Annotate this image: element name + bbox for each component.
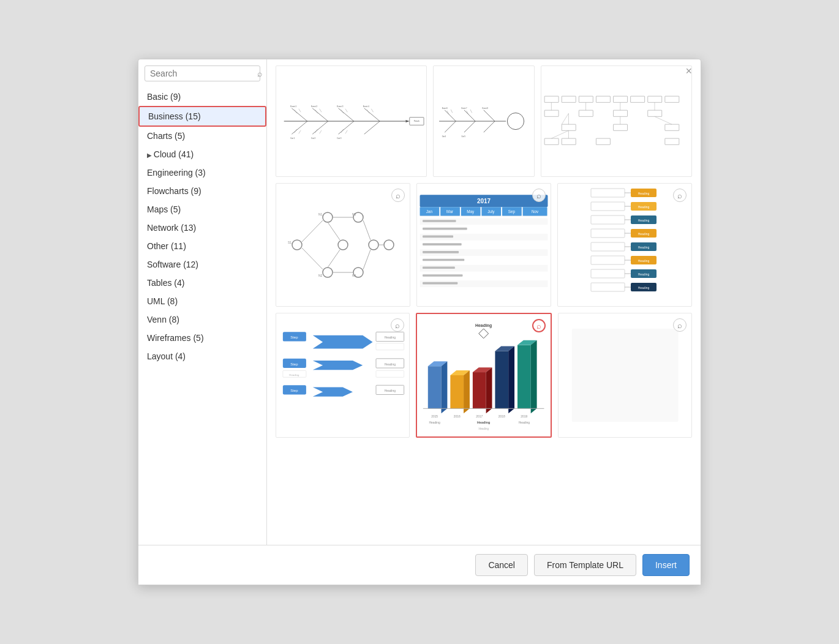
svg-line-76: [655, 116, 672, 124]
svg-line-87: [302, 220, 323, 242]
close-button[interactable]: ×: [685, 66, 692, 77]
svg-text:May: May: [467, 209, 475, 214]
svg-rect-60: [613, 110, 627, 116]
svg-rect-51: [562, 96, 576, 102]
svg-text:Cat 5: Cat 5: [462, 135, 466, 138]
svg-rect-63: [613, 124, 627, 130]
svg-rect-130: [423, 251, 459, 253]
search-input[interactable]: [150, 69, 257, 78]
svg-line-12: [295, 110, 297, 113]
template-network[interactable]: [541, 66, 692, 177]
svg-text:2017: 2017: [476, 415, 483, 418]
svg-rect-66: [562, 138, 576, 144]
sidebar-item-venn[interactable]: Venn (8): [138, 310, 266, 329]
svg-marker-190: [442, 361, 448, 413]
sidebar-item-charts[interactable]: Charts (5): [138, 127, 266, 145]
sidebar-item-uml[interactable]: UML (8): [138, 292, 266, 310]
search-box[interactable]: ⌕: [145, 66, 260, 81]
svg-text:Sep: Sep: [508, 209, 516, 214]
svg-line-11: [364, 121, 380, 134]
svg-point-85: [369, 240, 378, 250]
svg-text:Heading: Heading: [519, 421, 530, 424]
svg-text:Heading: Heading: [479, 427, 489, 430]
svg-line-35: [445, 110, 456, 121]
sidebar-item-cloud[interactable]: Cloud (41): [138, 145, 266, 163]
svg-rect-153: [591, 215, 625, 224]
svg-rect-55: [630, 96, 644, 102]
svg-line-13: [299, 109, 301, 112]
insert-button[interactable]: Insert: [642, 554, 690, 576]
svg-text:Heading: Heading: [638, 272, 650, 276]
sidebar-item-layout[interactable]: Layout (4): [138, 347, 266, 365]
svg-text:Event 3: Event 3: [337, 105, 343, 108]
svg-point-81: [323, 268, 333, 277]
svg-text:Step: Step: [290, 389, 298, 392]
svg-line-16: [341, 110, 344, 113]
sidebar-item-business[interactable]: Business (15): [138, 106, 266, 127]
svg-text:Event 6: Event 6: [442, 107, 448, 110]
svg-marker-193: [464, 370, 470, 413]
svg-rect-68: [665, 138, 679, 144]
svg-rect-172: [376, 343, 404, 350]
sidebar-item-software[interactable]: Software (12): [138, 255, 266, 274]
template-fishbone[interactable]: Finish: [276, 66, 427, 177]
svg-rect-52: [579, 96, 593, 102]
svg-point-79: [292, 240, 302, 250]
svg-line-92: [363, 250, 371, 269]
svg-marker-196: [486, 367, 492, 413]
sidebar-item-tables[interactable]: Tables (4): [138, 274, 266, 292]
template-placeholder[interactable]: ⌕: [558, 313, 692, 438]
svg-text:Heading: Heading: [638, 259, 650, 263]
sidebar-item-basic[interactable]: Basic (9): [138, 88, 266, 106]
svg-line-22: [315, 129, 317, 133]
svg-text:Cat 2: Cat 2: [311, 137, 315, 140]
zoom-icon-3[interactable]: ⌕: [673, 189, 687, 202]
svg-marker-175: [313, 361, 363, 370]
svg-point-34: [508, 113, 524, 129]
sidebar-item-engineering[interactable]: Engineering (3): [138, 163, 266, 182]
svg-line-37: [484, 110, 495, 121]
template-barchart[interactable]: ⌕ Heading: [416, 313, 551, 438]
svg-rect-65: [544, 138, 559, 144]
svg-rect-197: [495, 351, 509, 408]
sidebar-item-wireframes[interactable]: Wireframes (5): [138, 329, 266, 347]
svg-rect-200: [517, 345, 531, 409]
template-url-button[interactable]: From Template URL: [534, 554, 636, 576]
template-diamond[interactable]: ⌕: [276, 183, 410, 307]
svg-line-39: [464, 121, 475, 132]
svg-rect-56: [647, 96, 661, 102]
zoom-icon-6[interactable]: ⌕: [673, 318, 687, 332]
svg-rect-155: [591, 242, 625, 251]
svg-rect-188: [428, 366, 442, 408]
svg-marker-183: [313, 388, 353, 397]
flowsteps-svg: Heading Heading Heading Heading Heading …: [558, 184, 691, 306]
sidebar-item-maps[interactable]: Maps (5): [138, 200, 266, 219]
svg-rect-134: [423, 282, 457, 285]
zoom-icon-1[interactable]: ⌕: [391, 189, 405, 202]
svg-marker-1: [405, 120, 409, 122]
zoom-icon-5[interactable]: ⌕: [532, 319, 546, 332]
svg-text:2017: 2017: [477, 198, 491, 204]
template-fishbone-2[interactable]: Event 6 Event 7 Event 8 Cat 4 Cat 5: [433, 66, 535, 177]
sidebar-item-flowcharts[interactable]: Flowcharts (9): [138, 182, 266, 200]
svg-rect-50: [544, 96, 559, 102]
cancel-button[interactable]: Cancel: [475, 554, 528, 576]
sidebar-item-other[interactable]: Other (11): [138, 237, 266, 255]
svg-rect-127: [423, 228, 467, 230]
zoom-icon-2[interactable]: ⌕: [532, 189, 546, 202]
svg-rect-131: [423, 259, 464, 261]
svg-rect-158: [591, 283, 625, 291]
svg-text:N3: N3: [352, 212, 356, 216]
svg-text:Step: Step: [290, 362, 298, 366]
template-funnel[interactable]: ⌕ Step Heading Step: [276, 313, 410, 438]
template-row-3: ⌕ Step Heading Step: [276, 313, 692, 438]
placeholder-svg: [559, 314, 691, 436]
svg-point-86: [384, 240, 394, 250]
sidebar-item-network[interactable]: Network (13): [138, 219, 266, 237]
sidebar-list: Basic (9) Business (15) Charts (5) Cloud…: [138, 88, 266, 539]
funnel-svg: Step Heading Step Heading: [276, 314, 409, 436]
svg-line-40: [484, 121, 495, 132]
template-flowsteps[interactable]: ⌕ Heading Heading Heading Heading Head: [557, 183, 692, 307]
template-timeline[interactable]: ⌕ 2017 Jan Mar May: [416, 183, 551, 307]
svg-rect-62: [562, 124, 576, 130]
